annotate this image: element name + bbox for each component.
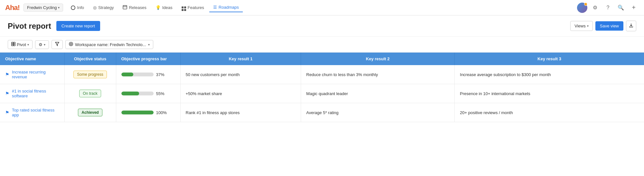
progress-bar-container: 100% (121, 110, 175, 115)
objective-name-cell: ⚑ #1 in social fitness software (0, 84, 64, 103)
settings-icon[interactable]: ⚙ (590, 3, 600, 13)
views-button[interactable]: Views ▾ (570, 21, 592, 31)
workspace-filter-icon (69, 42, 73, 47)
status-badge: Achieved (78, 109, 102, 116)
status-badge: On track (79, 90, 101, 97)
flag-icon: ⚑ (5, 91, 9, 96)
nav-item-info[interactable]: Info (67, 3, 88, 12)
nav-releases-label: Releases (129, 5, 146, 10)
ideas-icon: 💡 (156, 5, 161, 10)
search-icon[interactable]: 🔍 (616, 3, 626, 13)
nav-strategy-label: Strategy (98, 5, 114, 10)
progress-bar-fill (121, 92, 139, 95)
page-title: Pivot report (8, 22, 51, 31)
progress-bar-track (121, 73, 154, 76)
pivot-grid-icon (11, 42, 15, 47)
objective-name-link[interactable]: ⚑ Increase recurring revenue (5, 70, 59, 79)
svg-rect-0 (123, 5, 127, 9)
objective-status-cell: Achieved (64, 103, 116, 122)
flag-icon: ⚑ (5, 72, 9, 77)
objective-name-text: Top rated social fitness app (12, 108, 59, 117)
nav-item-features[interactable]: Features (178, 3, 208, 13)
pivot-chevron-icon: ▾ (27, 43, 29, 46)
svg-marker-8 (55, 42, 59, 46)
nav-item-strategy[interactable]: ◎ Strategy (89, 3, 118, 12)
pivot-table: Objective name Objective status Objectiv… (0, 53, 644, 122)
objective-progress-cell: 100% (116, 103, 180, 122)
header-right: Views ▾ Save view (570, 21, 636, 31)
toolbar: Pivot ▾ ⚙ ▾ Workspace name: Fredwin Tech… (0, 37, 644, 53)
kr2-cell: Magic quadrant leader (301, 84, 455, 103)
objective-name-link[interactable]: ⚑ Top rated social fitness app (5, 108, 59, 117)
views-chevron-icon: ▾ (587, 24, 589, 28)
help-icon[interactable]: ? (603, 3, 613, 13)
workspace-selector[interactable]: Fredwin Cycling ▾ (24, 4, 63, 12)
logo-exclaim: ! (18, 4, 20, 12)
progress-bar-track (121, 111, 154, 114)
kr3-cell: 20+ positive reviews / month (455, 103, 644, 122)
objective-status-cell: Some progress (64, 65, 116, 84)
objective-name-text: #1 in social fitness software (12, 89, 59, 98)
kr2-cell: Reduce churn to less than 3% monthly (301, 65, 455, 84)
top-nav: Aha! Fredwin Cycling ▾ Info ◎ Strategy R… (0, 0, 644, 15)
progress-label: 100% (156, 110, 168, 115)
objective-progress-cell: 37% (116, 65, 180, 84)
nav-item-roadmaps[interactable]: ☰ Roadmaps (209, 3, 243, 12)
app-logo[interactable]: Aha! (5, 4, 20, 12)
pivot-button[interactable]: Pivot ▾ (8, 40, 33, 49)
page-header: Pivot report Create new report Views ▾ S… (0, 15, 644, 37)
avatar-notification-dot (584, 3, 587, 6)
strategy-icon: ◎ (93, 5, 97, 10)
col-header-objective-name: Objective name (0, 53, 64, 65)
objective-name-link[interactable]: ⚑ #1 in social fitness software (5, 89, 59, 98)
objective-name-text: Increase recurring revenue (12, 70, 59, 79)
nav-item-ideas[interactable]: 💡 Ideas (152, 3, 176, 12)
nav-roadmaps-label: Roadmaps (219, 5, 239, 10)
nav-item-releases[interactable]: Releases (119, 3, 150, 12)
table-container: Objective name Objective status Objectiv… (0, 53, 644, 122)
progress-bar-fill (121, 73, 133, 76)
create-report-button[interactable]: Create new report (56, 21, 100, 31)
settings-toolbar-icon: ⚙ (39, 42, 43, 47)
col-header-objective-status: Objective status (64, 53, 116, 65)
kr2-cell: Average 5* rating (301, 103, 455, 122)
objective-name-cell: ⚑ Top rated social fitness app (0, 103, 64, 122)
svg-point-9 (69, 42, 73, 46)
filter-button[interactable] (52, 40, 63, 49)
export-icon (629, 23, 633, 29)
pivot-label: Pivot (17, 42, 26, 47)
save-view-button[interactable]: Save view (595, 21, 623, 31)
flag-icon: ⚑ (5, 110, 9, 115)
add-icon[interactable]: + (629, 3, 639, 13)
objective-name-cell: ⚑ Increase recurring revenue (0, 65, 64, 84)
table-row: ⚑ #1 in social fitness software On track… (0, 84, 644, 103)
avatar[interactable] (577, 3, 587, 13)
objective-status-cell: On track (64, 84, 116, 103)
features-icon (182, 5, 186, 11)
svg-rect-6 (12, 44, 13, 46)
progress-bar-fill (121, 111, 154, 114)
col-header-kr3: Key result 3 (455, 53, 644, 65)
progress-bar-track (121, 92, 154, 95)
objective-progress-cell: 55% (116, 84, 180, 103)
progress-label: 55% (156, 91, 168, 96)
progress-label: 37% (156, 72, 168, 77)
views-label: Views (574, 24, 585, 28)
settings-chevron-icon: ▾ (44, 43, 45, 46)
export-button[interactable] (626, 21, 636, 31)
col-header-kr2: Key result 2 (301, 53, 455, 65)
svg-rect-5 (14, 42, 15, 44)
kr3-cell: Increase average subscription to $300 pe… (455, 65, 644, 84)
progress-bar-container: 37% (121, 72, 175, 77)
nav-info-label: Info (77, 5, 84, 10)
settings-toolbar-button[interactable]: ⚙ ▾ (35, 40, 49, 49)
col-header-kr1: Key result 1 (180, 53, 301, 65)
kr1-cell: 50 new customers per month (180, 65, 301, 84)
progress-bar-container: 55% (121, 91, 175, 96)
table-row: ⚑ Increase recurring revenue Some progre… (0, 65, 644, 84)
workspace-chevron-icon: ▾ (58, 6, 60, 9)
roadmaps-icon: ☰ (213, 5, 217, 10)
workspace-filter[interactable]: Workspace name: Fredwin Technolo... ▾ (65, 40, 153, 49)
table-header: Objective name Objective status Objectiv… (0, 53, 644, 65)
kr1-cell: +50% market share (180, 84, 301, 103)
